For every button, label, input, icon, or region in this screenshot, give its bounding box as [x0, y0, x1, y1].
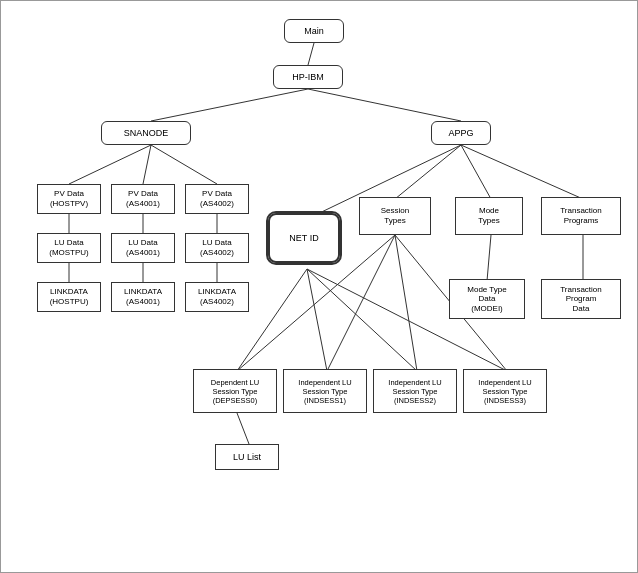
svg-line-20 — [395, 235, 417, 371]
node-lu-as4002: LU Data(AS4002) — [185, 233, 249, 263]
node-link-as4001: LINKDATA(AS4001) — [111, 282, 175, 312]
node-appg: APPG — [431, 121, 491, 145]
node-mode-types: ModeTypes — [455, 197, 523, 235]
node-pv-as4001: PV Data(AS4001) — [111, 184, 175, 214]
svg-line-26 — [237, 413, 249, 444]
node-link-as4002: LINKDATA(AS4002) — [185, 282, 249, 312]
node-link-hostpu: LINKDATA(HOSTPU) — [37, 282, 101, 312]
node-lu-list: LU List — [215, 444, 279, 470]
svg-line-0 — [308, 43, 314, 65]
node-ind-lu3: Independent LUSession Type(INDSESS3) — [463, 369, 547, 413]
node-trans-prog-data: TransactionProgramData — [541, 279, 621, 319]
node-ind-lu2: Independent LUSession Type(INDSESS2) — [373, 369, 457, 413]
node-net-id: NET ID — [266, 211, 342, 265]
node-trans-programs: TransactionPrograms — [541, 197, 621, 235]
svg-line-3 — [69, 145, 151, 184]
node-snanode: SNANODE — [101, 121, 191, 145]
node-lu-as4001: LU Data(AS4001) — [111, 233, 175, 263]
node-session-types: SessionTypes — [359, 197, 431, 235]
svg-line-16 — [487, 235, 491, 281]
node-hp-ibm: HP-IBM — [273, 65, 343, 89]
svg-line-4 — [143, 145, 151, 184]
node-main: Main — [284, 19, 344, 43]
diagram-container: Main HP-IBM SNANODE APPG PV Data(HOSTPV)… — [0, 0, 638, 573]
svg-line-5 — [151, 145, 217, 184]
svg-line-2 — [308, 89, 461, 121]
node-pv-as4002: PV Data(AS4002) — [185, 184, 249, 214]
svg-line-1 — [151, 89, 308, 121]
node-pv-hostpv: PV Data(HOSTPV) — [37, 184, 101, 214]
node-ind-lu1: Independent LUSession Type(INDSESS1) — [283, 369, 367, 413]
node-mode-type-data: Mode TypeData(MODEI) — [449, 279, 525, 319]
node-dep-lu: Dependent LUSession Type(DEPSESS0) — [193, 369, 277, 413]
svg-line-15 — [461, 145, 583, 199]
svg-line-14 — [461, 145, 491, 199]
node-lu-hostpu: LU Data(MOSTPU) — [37, 233, 101, 263]
